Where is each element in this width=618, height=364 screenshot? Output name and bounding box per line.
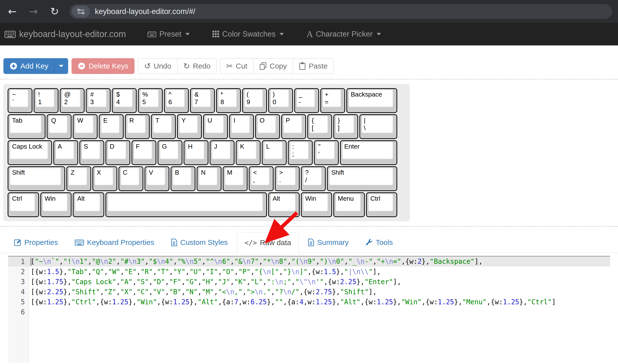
keyboard-key[interactable]: I <box>229 114 254 139</box>
raw-data-editor[interactable]: 1["~\n`","!\n1","@\n2","#\n3","$\n4","%\… <box>8 256 610 363</box>
keyboard-key[interactable]: "' <box>314 140 339 165</box>
keyboard-key[interactable]: Ctrl <box>8 192 39 217</box>
code-line[interactable]: 4[{w:2.25},"Shift","Z","X","C","V","B","… <box>8 287 610 297</box>
keyboard-key[interactable]: M <box>223 166 248 191</box>
keyboard-key[interactable]: += <box>320 88 345 113</box>
keyboard-key[interactable]: #3 <box>86 88 111 113</box>
keyboard-key[interactable]: ~` <box>8 88 32 113</box>
keyboard-key[interactable]: G <box>158 140 182 165</box>
keyboard-key[interactable]: A <box>53 140 78 165</box>
keyboard-key[interactable]: Alt <box>268 192 300 217</box>
keyboard-key[interactable]: C <box>118 166 143 191</box>
redo-button[interactable]: ↻ Redo <box>177 58 217 74</box>
keyboard-key[interactable]: :; <box>288 140 313 165</box>
keyboard-key[interactable]: O <box>255 114 280 139</box>
code-line[interactable]: 2[{w:1.5},"Tab","Q","W","E","R","T","Y",… <box>8 266 610 277</box>
key-label-bottom: 8 <box>221 98 235 106</box>
keyboard-key[interactable]: Win <box>301 192 332 217</box>
tab-properties[interactable]: Properties <box>6 232 66 253</box>
nav-item-preset[interactable]: Preset <box>147 30 190 39</box>
brand[interactable]: keyboard-layout-editor.com <box>4 29 126 39</box>
tab-summary[interactable]: Summary <box>300 232 356 253</box>
keyboard-key[interactable]: Shift <box>327 166 397 191</box>
keyboard-key[interactable]: }] <box>333 114 358 139</box>
key-label-top: Shift <box>331 169 391 176</box>
keyboard-key[interactable]: W <box>73 114 98 139</box>
keyboard-key[interactable]: Backspace <box>346 88 397 113</box>
keyboard-key[interactable]: Win <box>40 192 72 217</box>
key-label-bottom: / <box>305 177 319 184</box>
key-label-top: : <box>292 143 306 150</box>
nav-item-character-picker[interactable]: A Character Picker <box>307 29 381 39</box>
tab-keyboard-properties[interactable]: Keyboard Properties <box>67 232 162 253</box>
keyboard-key[interactable]: @2 <box>60 88 85 113</box>
keyboard-key[interactable]: !1 <box>34 88 59 113</box>
keyboard-key[interactable]: T <box>151 114 176 139</box>
keyboard-key[interactable]: D <box>105 140 130 165</box>
keyboard-key[interactable]: L <box>262 140 287 165</box>
keyboard-key[interactable]: {[ <box>307 114 332 139</box>
keyboard-key[interactable]: F <box>132 140 156 165</box>
keyboard-key[interactable]: <, <box>249 166 274 191</box>
browser-back-icon[interactable]: ← <box>6 5 19 17</box>
delete-keys-button[interactable]: Delete Keys <box>72 58 134 74</box>
keyboard-key[interactable]: N <box>197 166 221 191</box>
paste-button[interactable]: Paste <box>293 58 334 74</box>
code-line[interactable]: 5[{w:1.25},"Ctrl",{w:1.25},"Win",{w:1.25… <box>8 297 610 307</box>
keycap-top: Z <box>69 168 87 185</box>
keyboard-key[interactable]: Y <box>177 114 202 139</box>
keyboard-key[interactable]: ^6 <box>164 88 189 113</box>
keyboard-key[interactable]: E <box>99 114 124 139</box>
keyboard-key[interactable]: H <box>184 140 208 165</box>
keyboard-key[interactable]: Tab <box>8 114 45 139</box>
keyboard-key[interactable]: %5 <box>138 88 163 113</box>
keyboard-key[interactable]: Shift <box>8 166 65 191</box>
copy-button[interactable]: Copy <box>253 58 293 74</box>
key-label-top: F <box>136 143 150 150</box>
add-key-dropdown-button[interactable] <box>54 58 68 74</box>
nav-item-color-swatches[interactable]: Color Swatches <box>212 30 284 39</box>
keyboard-key[interactable]: |\ <box>359 114 397 139</box>
keyboard-key[interactable]: Q <box>47 114 72 139</box>
undo-button[interactable]: ↺ Undo <box>138 58 177 74</box>
address-bar[interactable]: keyboard-layout-editor.com/#/ <box>69 4 612 19</box>
keyboard-key[interactable]: Caps Lock <box>8 140 52 165</box>
keyboard-key[interactable]: ?/ <box>301 166 326 191</box>
keyboard-key[interactable]: Enter <box>340 140 397 165</box>
keyboard-key[interactable]: $4 <box>112 88 137 113</box>
keyboard-key[interactable]: V <box>145 166 169 191</box>
code-line[interactable]: 1["~\n`","!\n1","@\n2","#\n3","$\n4","%\… <box>8 256 610 266</box>
site-settings-icon[interactable] <box>72 6 90 17</box>
browser-reload-icon[interactable]: ↻ <box>48 5 61 17</box>
keyboard-key[interactable] <box>105 192 267 217</box>
code-line[interactable]: 3[{w:1.75},"Caps Lock","A","S","D","F","… <box>8 277 610 287</box>
keyboard-key[interactable]: K <box>236 140 261 165</box>
keyboard-key[interactable]: P <box>281 114 306 139</box>
keyboard-key[interactable]: >. <box>275 166 300 191</box>
keyboard-key[interactable]: R <box>125 114 150 139</box>
keyboard-key[interactable]: &7 <box>190 88 215 113</box>
cut-button[interactable]: ✂ Cut <box>220 58 253 74</box>
keyboard-canvas[interactable]: ~`!1@2#3$4%5^6&7*8(9)0_-+=BackspaceTabQW… <box>3 84 410 221</box>
keyboard-key[interactable]: S <box>79 140 104 165</box>
add-key-button[interactable]: Add Key <box>3 58 54 74</box>
keyboard-key[interactable]: )0 <box>268 88 293 113</box>
keyboard-key[interactable]: Ctrl <box>366 192 397 217</box>
keyboard-key[interactable]: Alt <box>73 192 104 217</box>
keycap-top: L <box>264 142 282 159</box>
keyboard-key[interactable]: (9 <box>242 88 267 113</box>
keyboard-key[interactable]: X <box>92 166 117 191</box>
tab-custom-styles[interactable]: Custom Styles <box>163 232 235 253</box>
keyboard-key[interactable]: Menu <box>333 192 365 217</box>
tab-raw-data[interactable]: </> Raw data <box>237 232 299 253</box>
keyboard-key[interactable]: J <box>210 140 235 165</box>
browser-forward-icon[interactable]: → <box>27 5 40 17</box>
keyboard-key[interactable]: _- <box>294 88 319 113</box>
tab-tools[interactable]: Tools <box>358 232 400 253</box>
keyboard-key[interactable]: B <box>171 166 195 191</box>
keycap-top: ^6 <box>166 90 185 107</box>
code-line[interactable]: 6 <box>8 307 610 317</box>
keyboard-key[interactable]: U <box>203 114 228 139</box>
keyboard-key[interactable]: Z <box>66 166 91 191</box>
keyboard-key[interactable]: *8 <box>216 88 241 113</box>
